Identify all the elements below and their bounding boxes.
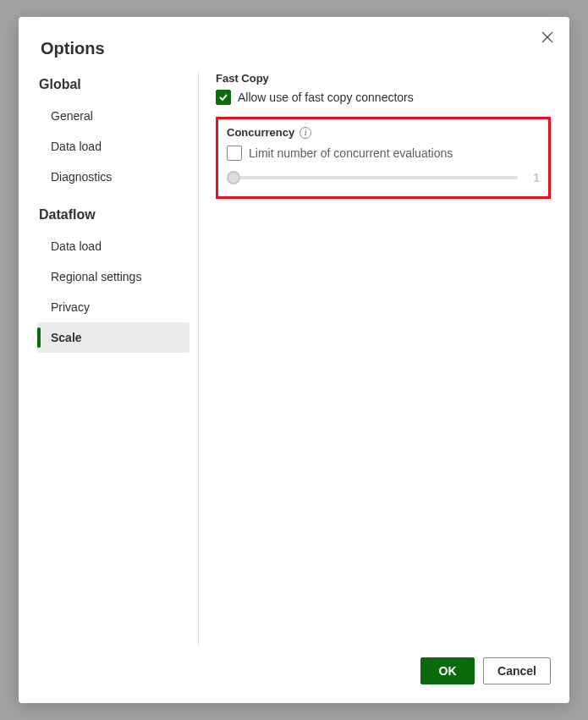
content-pane: Fast Copy Allow use of fast copy connect… bbox=[206, 72, 551, 646]
sidebar: Global General Data load Diagnostics Dat… bbox=[37, 72, 198, 646]
fast-copy-checkbox[interactable] bbox=[216, 90, 231, 105]
sidebar-item-diagnostics[interactable]: Diagnostics bbox=[37, 162, 190, 192]
close-button[interactable] bbox=[537, 27, 558, 47]
sidebar-item-data-load-global[interactable]: Data load bbox=[37, 131, 190, 162]
sidebar-item-data-load-dataflow[interactable]: Data load bbox=[37, 231, 190, 261]
sidebar-item-general[interactable]: General bbox=[37, 101, 190, 131]
sidebar-item-regional-settings[interactable]: Regional settings bbox=[37, 261, 190, 292]
dialog-body: Global General Data load Diagnostics Dat… bbox=[37, 72, 551, 646]
concurrency-slider[interactable] bbox=[227, 176, 518, 179]
concurrency-slider-value: 1 bbox=[528, 171, 540, 184]
dialog-title: Options bbox=[41, 39, 547, 58]
dialog-footer: OK Cancel bbox=[37, 646, 551, 684]
concurrency-checkbox[interactable] bbox=[227, 146, 242, 161]
info-icon[interactable]: i bbox=[299, 127, 311, 139]
ok-button[interactable]: OK bbox=[420, 657, 475, 684]
fast-copy-row: Allow use of fast copy connectors bbox=[216, 90, 551, 105]
options-dialog: Options Global General Data load Diagnos… bbox=[19, 17, 569, 703]
slider-thumb[interactable] bbox=[227, 171, 240, 184]
sidebar-group-global: Global bbox=[39, 77, 190, 92]
fast-copy-checkbox-label: Allow use of fast copy connectors bbox=[238, 91, 414, 104]
cancel-button[interactable]: Cancel bbox=[483, 657, 551, 684]
fast-copy-section-label: Fast Copy bbox=[216, 72, 551, 85]
checkmark-icon bbox=[218, 92, 228, 102]
sidebar-item-scale[interactable]: Scale bbox=[37, 322, 190, 353]
sidebar-item-privacy[interactable]: Privacy bbox=[37, 292, 190, 322]
concurrency-checkbox-label: Limit number of concurrent evaluations bbox=[249, 146, 453, 160]
concurrency-section-label: Concurrency bbox=[227, 126, 294, 139]
concurrency-slider-row: 1 bbox=[227, 171, 540, 184]
vertical-divider bbox=[198, 72, 199, 646]
sidebar-group-dataflow: Dataflow bbox=[39, 207, 190, 223]
concurrency-highlight: Concurrency i Limit number of concurrent… bbox=[216, 117, 551, 199]
close-icon bbox=[541, 31, 553, 43]
